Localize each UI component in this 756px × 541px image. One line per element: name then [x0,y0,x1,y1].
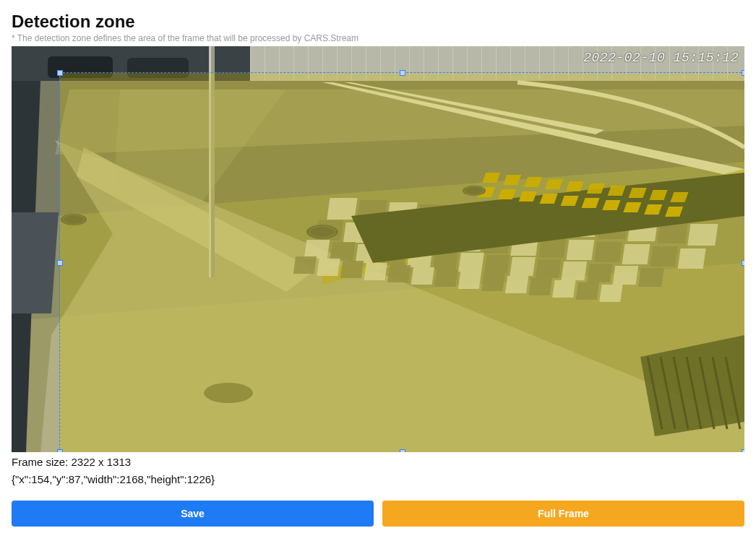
detection-zone-selection[interactable] [60,73,744,452]
full-frame-button[interactable]: Full Frame [382,501,744,527]
page-subtitle: * The detection zone defines the area of… [12,33,744,43]
svg-marker-43 [12,212,59,313]
page-title: Detection zone [12,12,744,32]
resize-handle-middle-right[interactable] [742,260,744,266]
resize-handle-top-middle[interactable] [400,70,405,76]
button-row: Save Full Frame [12,501,744,527]
save-button[interactable]: Save [12,501,374,527]
frame-size-label: Frame size: 2322 x 1313 [12,455,744,469]
detection-zone-frame[interactable]: 2022-02-10 15:15:12 [12,46,744,452]
resize-handle-bottom-middle[interactable] [400,449,405,452]
selection-json-label: {"x":154,"y":87,"width":2168,"height":12… [12,472,744,487]
resize-handle-bottom-left[interactable] [57,449,63,452]
resize-handle-middle-left[interactable] [57,260,63,266]
resize-handle-top-left[interactable] [57,70,63,76]
resize-handle-bottom-right[interactable] [742,449,744,452]
camera-timestamp: 2022-02-10 15:15:12 [583,51,739,65]
resize-handle-top-right[interactable] [742,70,744,76]
